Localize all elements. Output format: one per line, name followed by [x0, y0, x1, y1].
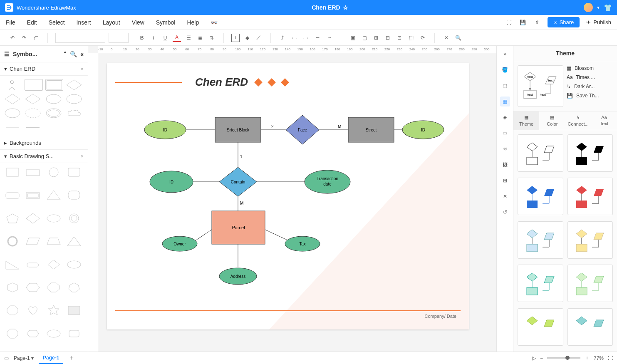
arrow-start-icon[interactable]: ←· [290, 34, 298, 42]
bshape[interactable] [4, 235, 21, 247]
canvas-area[interactable]: -100102030405060708090100110120130140150… [88, 46, 496, 352]
bshape[interactable] [25, 189, 41, 201]
menu-insert[interactable]: Insert [77, 19, 91, 26]
size-icon[interactable]: ⬚ [407, 34, 415, 42]
clipart-icon[interactable]: ⊞ [500, 176, 510, 186]
shape-entity[interactable] [25, 79, 42, 91]
bshape[interactable] [25, 166, 41, 178]
chevron-up-icon[interactable]: ˄ [64, 51, 67, 57]
bshape[interactable] [45, 213, 62, 224]
theme-card[interactable] [567, 221, 613, 259]
zoom-level[interactable]: 77% [594, 355, 604, 361]
format-painter-icon[interactable]: 🏷 [32, 34, 40, 42]
theme-card[interactable] [518, 134, 563, 172]
tab-theme[interactable]: ▦Theme [513, 111, 539, 130]
menu-help[interactable]: Help [187, 19, 199, 26]
zoom-slider[interactable] [547, 357, 580, 359]
shape-multival[interactable] [4, 107, 21, 119]
bshape[interactable] [45, 328, 62, 339]
redo-icon[interactable]: ↷ [20, 34, 28, 42]
bshape[interactable] [45, 166, 62, 178]
image-icon[interactable]: 🖼 [500, 160, 510, 170]
menu-glasses-icon[interactable]: 👓 [211, 19, 218, 26]
send-back-icon[interactable]: ▣ [349, 34, 357, 42]
add-page-icon[interactable]: ＋ [68, 354, 75, 362]
fullscreen-icon[interactable]: ⛶ [608, 355, 613, 361]
theme-card[interactable] [567, 265, 613, 302]
bshape[interactable] [45, 189, 62, 201]
bshape[interactable] [45, 282, 62, 293]
bshape[interactable] [45, 305, 62, 316]
shape-derived[interactable] [25, 107, 41, 119]
zoom-out-icon[interactable]: − [540, 355, 543, 361]
bshape[interactable] [4, 305, 21, 316]
theme-card[interactable] [518, 265, 563, 302]
bshape[interactable] [25, 213, 41, 224]
bshape[interactable] [66, 259, 82, 270]
shape-attribute-oval[interactable] [45, 93, 62, 105]
font-family-select[interactable] [55, 33, 105, 43]
bshape[interactable] [66, 282, 82, 293]
theme-card[interactable] [567, 178, 613, 215]
presentation-icon[interactable]: ▭ [500, 128, 510, 138]
page-select[interactable]: Page-1 ▾ [14, 355, 34, 361]
line-weight-icon[interactable]: ━ [313, 34, 322, 42]
rotate-icon[interactable]: ⟳ [419, 34, 427, 42]
menu-select[interactable]: Select [49, 19, 65, 26]
publish-button[interactable]: ✈ Publish [586, 19, 611, 25]
bshape[interactable] [66, 189, 82, 201]
bshape[interactable] [25, 259, 41, 270]
arrow-end-icon[interactable]: ·→ [302, 34, 310, 42]
avatar[interactable] [584, 3, 593, 12]
shape-attribute[interactable] [25, 93, 41, 105]
italic-icon[interactable]: I [149, 34, 158, 42]
search-icon[interactable]: 🔍 [70, 51, 77, 57]
section-basic[interactable]: ▾Basic Drawing S... × [0, 150, 88, 163]
font-color-icon[interactable]: A [173, 34, 181, 42]
bshape[interactable] [4, 328, 21, 339]
bshape[interactable] [66, 328, 82, 339]
align-objects-icon[interactable]: ⊟ [384, 34, 392, 42]
shape-line1[interactable] [4, 121, 21, 133]
shape-relationship2[interactable] [4, 93, 21, 105]
database-icon[interactable]: ≋ [500, 144, 510, 154]
bshape[interactable] [4, 189, 21, 201]
favorite-icon[interactable]: ☆ [343, 4, 348, 11]
distribute-icon[interactable]: ⊡ [395, 34, 404, 42]
tab-text[interactable]: AaText [591, 111, 617, 130]
bshape[interactable] [66, 213, 82, 224]
current-theme-preview[interactable]: text text text text [518, 65, 563, 107]
save-icon[interactable]: 💾 [519, 19, 527, 26]
theme-color-row[interactable]: ▦Blossom [567, 65, 613, 71]
bshape[interactable] [25, 282, 41, 293]
fill-icon[interactable]: ◆ [243, 34, 251, 42]
format-icon[interactable]: ⬚ [500, 81, 510, 91]
bold-icon[interactable]: B [138, 34, 146, 42]
section-backgrounds[interactable]: ▸Backgrounds [0, 136, 88, 150]
canvas-page[interactable]: Chen ERD 2 M 1 [107, 63, 469, 329]
history-icon[interactable]: ↺ [500, 207, 510, 217]
spacing-icon[interactable]: ⇅ [208, 34, 216, 42]
bring-front-icon[interactable]: ▢ [360, 34, 369, 42]
diagram-title[interactable]: Chen ERD [195, 76, 248, 89]
bshape[interactable] [4, 166, 21, 178]
bshape[interactable] [66, 166, 82, 178]
bshape[interactable] [45, 235, 62, 247]
dropdown-caret-icon[interactable]: ▾ [597, 5, 600, 10]
bshape[interactable] [4, 282, 21, 293]
menu-layout[interactable]: Layout [103, 19, 120, 26]
section-chen-erd[interactable]: ▾Chen ERD × [0, 62, 88, 76]
tshirt-icon[interactable]: 👕 [604, 4, 612, 12]
menu-symbol[interactable]: Symbol [156, 19, 176, 26]
undo-icon[interactable]: ↶ [8, 34, 17, 42]
collapse-icon[interactable]: « [80, 51, 84, 57]
theme-card[interactable] [567, 308, 613, 346]
menu-file[interactable]: File [6, 19, 15, 26]
textbox-icon[interactable]: T [231, 34, 240, 42]
save-theme-row[interactable]: 💾Save Th... [567, 93, 613, 99]
font-size-select[interactable] [109, 33, 129, 43]
group-icon[interactable]: ⊞ [372, 34, 380, 42]
bshape[interactable] [66, 305, 82, 316]
library-icon[interactable]: ☰ [4, 51, 10, 57]
bshape[interactable] [45, 259, 62, 270]
